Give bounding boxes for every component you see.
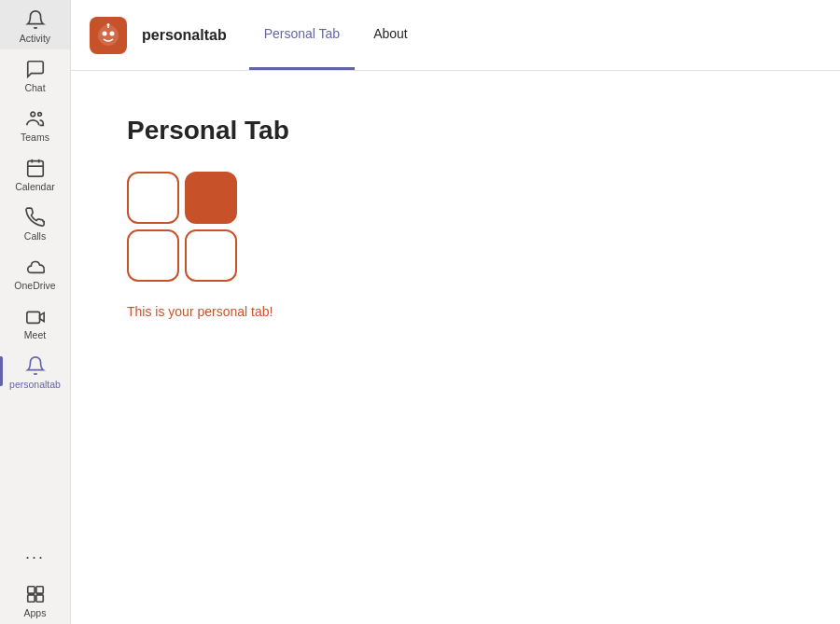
svg-point-14 (110, 31, 115, 35)
sidebar-item-teams[interactable]: Teams (0, 99, 70, 148)
sidebar-item-apps-label: Apps (24, 607, 47, 618)
app-icon (90, 17, 127, 54)
svg-rect-8 (27, 587, 34, 593)
calendar-icon (25, 158, 46, 178)
more-dots-label: ... (25, 544, 45, 563)
logo-cell-bottom-right (185, 229, 237, 282)
sidebar-item-apps[interactable]: Apps (0, 575, 70, 624)
sidebar-item-teams-label: Teams (21, 132, 49, 143)
bell-icon (25, 9, 46, 30)
sidebar-item-onedrive[interactable]: OneDrive (0, 247, 70, 297)
sidebar-item-meet-label: Meet (24, 329, 46, 340)
logo-cell-bottom-left (127, 229, 179, 282)
svg-rect-10 (27, 595, 34, 602)
sidebar-item-activity[interactable]: Activity (0, 0, 70, 49)
sidebar-item-calendar[interactable]: Calendar (0, 148, 70, 198)
sidebar-item-meet[interactable]: Meet (0, 297, 70, 346)
sidebar-item-calls[interactable]: Calls (0, 198, 70, 247)
apps-icon (25, 584, 46, 604)
sidebar-more-button[interactable]: ... (0, 533, 70, 575)
app-name-label: personaltab (142, 27, 227, 44)
sidebar-item-calls-label: Calls (24, 230, 46, 242)
logo-cell-top-right (185, 172, 237, 224)
svg-point-0 (30, 112, 35, 117)
logo-cell-top-left (127, 172, 179, 224)
svg-rect-9 (35, 587, 42, 593)
logo-grid (127, 172, 784, 282)
tab-navigation: Personal Tab About (249, 0, 423, 70)
meet-icon (25, 306, 46, 326)
sidebar-item-activity-label: Activity (20, 33, 50, 44)
sidebar-item-chat-label: Chat (24, 82, 45, 93)
tab-about[interactable]: About (358, 0, 423, 70)
svg-rect-2 (27, 161, 43, 177)
svg-point-1 (37, 113, 41, 117)
app-logo-icon (96, 23, 120, 48)
svg-rect-11 (35, 595, 42, 602)
sidebar-item-chat[interactable]: Chat (0, 49, 70, 99)
chat-icon (25, 59, 46, 79)
svg-rect-7 (26, 312, 39, 323)
onedrive-icon (25, 257, 46, 277)
page-title: Personal Tab (127, 116, 784, 146)
sidebar-item-personaltab-label: personaltab (9, 379, 61, 390)
svg-point-16 (107, 23, 110, 26)
sidebar-item-calendar-label: Calendar (15, 181, 55, 192)
svg-point-13 (103, 31, 107, 35)
app-header: personaltab Personal Tab About (71, 0, 840, 71)
personaltab-icon (25, 355, 46, 376)
tab-personal-tab[interactable]: Personal Tab (249, 0, 355, 70)
sidebar-item-onedrive-label: OneDrive (14, 280, 55, 291)
teams-icon (25, 108, 46, 129)
main-area: personaltab Personal Tab About Personal … (71, 0, 840, 624)
tab-personal-tab-label: Personal Tab (264, 26, 340, 41)
sidebar-item-personaltab[interactable]: personaltab (0, 346, 70, 395)
content-description: This is your personal tab! (127, 304, 784, 319)
calls-icon (25, 207, 46, 228)
sidebar: Activity Chat Teams Calendar Calls (0, 0, 71, 624)
svg-point-12 (98, 25, 119, 46)
main-content: Personal Tab This is your personal tab! (71, 71, 840, 624)
tab-about-label: About (373, 26, 408, 41)
